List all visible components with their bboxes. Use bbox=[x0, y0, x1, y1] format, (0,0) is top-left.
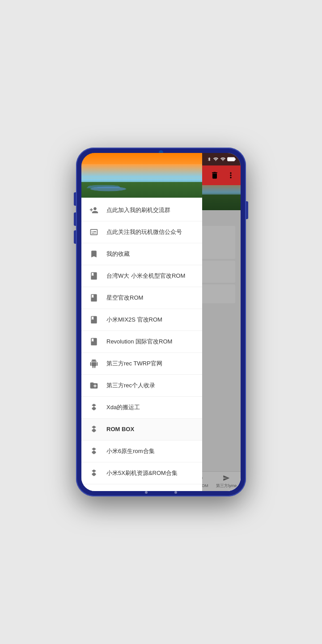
my-favorites-label: 我的收藏 bbox=[106, 250, 130, 258]
dropbox-icon-2 bbox=[89, 424, 99, 435]
contact-card-icon bbox=[89, 227, 99, 237]
star-rom-label: 星空官改ROM bbox=[106, 294, 143, 302]
signal1-icon bbox=[213, 157, 219, 162]
xda-label: Xda的搬运工 bbox=[106, 404, 140, 411]
drawer-item-rec-personal[interactable]: 第三方rec个人收录 bbox=[81, 375, 202, 397]
dot-right bbox=[174, 491, 177, 494]
delete-icon[interactable] bbox=[210, 171, 219, 180]
drawer-item-mi6-rom[interactable]: 小米6原生rom合集 bbox=[81, 441, 202, 462]
drawer-item-rom-box[interactable]: ROM BOX bbox=[81, 419, 202, 441]
status-right-icons bbox=[207, 157, 236, 162]
drawer-items-list: 点此加入我的刷机交流群 点此关注我的玩机微信公众号 我的收藏 bbox=[81, 198, 202, 491]
drawer-item-twrp[interactable]: 第三方rec TWRP官网 bbox=[81, 353, 202, 375]
mi6-rom-label: 小米6原生rom合集 bbox=[106, 448, 155, 455]
taiwan-rom-label: 台湾W大 小米全机型官改ROM bbox=[106, 272, 185, 280]
more-icon[interactable] bbox=[226, 171, 235, 180]
signal2-icon bbox=[220, 157, 226, 162]
person-add-icon bbox=[89, 205, 99, 216]
twrp-label: 第三方rec TWRP官网 bbox=[106, 360, 162, 368]
folder-plus-icon bbox=[89, 380, 99, 391]
drawer-item-star-rom[interactable]: 星空官改ROM bbox=[81, 287, 202, 309]
book-download-icon-3 bbox=[89, 314, 99, 325]
drawer-item-taiwan-rom[interactable]: 台湾W大 小米全机型官改ROM bbox=[81, 265, 202, 287]
dropbox-icon-1 bbox=[89, 402, 99, 413]
bluetooth-icon bbox=[207, 157, 212, 162]
battery-icon bbox=[227, 157, 236, 162]
drawer-item-aex-os[interactable]: AEX OS bbox=[81, 484, 202, 491]
android-icon bbox=[89, 358, 99, 369]
dropbox-icon-4 bbox=[89, 468, 99, 479]
rec-personal-label: 第三方rec个人收录 bbox=[106, 382, 155, 390]
svg-rect-2 bbox=[228, 158, 233, 160]
drawer-item-xda[interactable]: Xda的搬运工 bbox=[81, 397, 202, 419]
drawer-item-join-group[interactable]: 点此加入我的刷机交流群 bbox=[81, 199, 202, 221]
join-group-label: 点此加入我的刷机交流群 bbox=[106, 207, 170, 214]
dot-left bbox=[145, 491, 148, 494]
phone-frame: 11:14 PM bbox=[76, 148, 246, 496]
phone-screen: 11:14 PM bbox=[81, 153, 241, 491]
book-download-icon-4 bbox=[89, 336, 99, 347]
drawer-item-mix2s-rom[interactable]: 小米MIX2S 官改ROM bbox=[81, 309, 202, 331]
drawer-item-my-favorites[interactable]: 我的收藏 bbox=[81, 243, 202, 265]
svg-rect-3 bbox=[235, 158, 236, 160]
bookmark-icon bbox=[89, 249, 99, 259]
book-download-icon-1 bbox=[89, 271, 99, 281]
home-indicator-area bbox=[145, 491, 177, 494]
dropbox-icon-3 bbox=[89, 446, 99, 457]
drawer-item-revolution-rom[interactable]: Revolution 国际官改ROM bbox=[81, 331, 202, 353]
revolution-rom-label: Revolution 国际官改ROM bbox=[106, 338, 172, 346]
drawer-item-follow-wechat[interactable]: 点此关注我的玩机微信公众号 bbox=[81, 221, 202, 243]
drawer-header bbox=[81, 153, 202, 198]
mix2s-rom-label: 小米MIX2S 官改ROM bbox=[106, 316, 162, 324]
layers-icon-1 bbox=[89, 490, 99, 491]
mi5x-rom-label: 小米5X刷机资源&ROM合集 bbox=[106, 470, 178, 477]
rom-box-label: ROM BOX bbox=[106, 426, 134, 433]
navigation-drawer: 点此加入我的刷机交流群 点此关注我的玩机微信公众号 我的收藏 bbox=[81, 153, 202, 491]
follow-wechat-label: 点此关注我的玩机微信公众号 bbox=[106, 229, 182, 236]
book-download-icon-2 bbox=[89, 292, 99, 303]
drawer-item-mi5x-rom[interactable]: 小米5X刷机资源&ROM合集 bbox=[81, 462, 202, 484]
